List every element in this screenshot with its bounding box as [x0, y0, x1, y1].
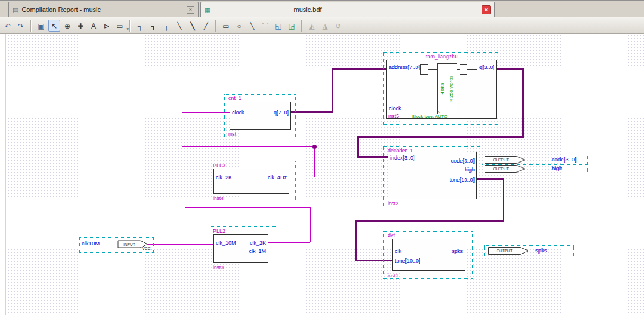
- rotate-90-icon[interactable]: ↺: [332, 20, 344, 32]
- bus-wire[interactable]: [522, 68, 524, 138]
- block-title-pll2: PLL2: [213, 228, 225, 234]
- rubberband-vertical-icon[interactable]: ◲: [286, 20, 298, 32]
- pin-name-code: code[3..0]: [552, 156, 577, 163]
- block-pll2[interactable]: clk_10M clk_2K clk_1M: [213, 234, 268, 263]
- redo-icon[interactable]: ↷: [15, 20, 27, 32]
- diagonal-conduit-tool-icon[interactable]: ╱: [200, 20, 212, 32]
- tab-label-music-bdf: music.bdf: [294, 6, 322, 13]
- rom-block-type-label: Block type: AUTO: [412, 114, 447, 119]
- block-title-cnt1: cnt_1: [228, 95, 242, 101]
- node-wire[interactable]: [182, 112, 182, 146]
- port-clock: clock: [232, 110, 244, 116]
- bus-wire[interactable]: [291, 111, 333, 113]
- orthogonal-conduit-tool-icon[interactable]: ╕: [160, 20, 172, 32]
- tab-music-bdf[interactable]: ▦ music.bdf ×: [200, 2, 495, 17]
- hand-tool-icon[interactable]: ✚: [75, 20, 86, 32]
- orthogonal-bus-tool-icon[interactable]: ┓: [147, 20, 159, 32]
- canvas-left-gutter: [0, 34, 6, 315]
- pin-default-value: VCC: [142, 247, 151, 251]
- text-tool-icon[interactable]: A: [88, 20, 100, 32]
- diagonal-bus-tool-icon[interactable]: ╲: [187, 20, 199, 32]
- selection-tool-icon[interactable]: ↖: [48, 20, 60, 32]
- rectangle-tool-icon[interactable]: ▭: [220, 20, 232, 32]
- report-doc-icon: ▤: [13, 6, 18, 14]
- port-spks: spks: [451, 248, 463, 254]
- document-tab-bar: ▤ Compilation Report - music × ▦ music.b…: [0, 0, 644, 18]
- output-pin-symbol[interactable]: OUTPUT: [488, 247, 530, 255]
- block-title-dvf: dvf: [388, 232, 395, 238]
- arc-tool-icon[interactable]: ⌒: [259, 20, 271, 32]
- node-wire[interactable]: [185, 207, 310, 208]
- node-wire[interactable]: [148, 244, 213, 245]
- pin-name-clk10m: clk10M: [82, 240, 100, 247]
- rom-memory-array: 4 bits × 256 words: [437, 63, 457, 114]
- block-rom-liangzhu[interactable]: address[7..0] q[3..0] clock 4 bits × 256…: [386, 60, 497, 119]
- fit-window-icon[interactable]: ▣: [35, 20, 47, 32]
- node-wire[interactable]: [182, 146, 314, 147]
- zoom-tool-icon[interactable]: ⊕: [61, 20, 73, 32]
- instance-label-pll2: inst3: [213, 264, 224, 270]
- bus-wire[interactable]: [357, 136, 524, 138]
- ellipse-tool-icon[interactable]: ○: [233, 20, 245, 32]
- dropdown-arrow-icon[interactable]: ▾: [126, 23, 129, 35]
- output-pin-symbol[interactable]: OUTPUT: [484, 164, 526, 173]
- bus-wire[interactable]: [332, 68, 333, 113]
- bus-wire[interactable]: [355, 220, 504, 222]
- wire-junction-dot[interactable]: [312, 145, 317, 149]
- block-cnt1[interactable]: clock q[7..0]: [230, 102, 291, 130]
- bdf-file-icon: ▦: [205, 6, 210, 14]
- line-tool-icon[interactable]: ╲: [246, 20, 258, 32]
- output-pin-symbol[interactable]: OUTPUT: [484, 155, 526, 164]
- rom-address-register: [420, 64, 428, 75]
- port-q7: q[7..0]: [274, 110, 289, 116]
- block-pll3[interactable]: clk_2K clk_4Hz: [213, 169, 289, 194]
- undo-icon[interactable]: ↶: [2, 20, 14, 32]
- svg-text:OUTPUT: OUTPUT: [497, 249, 513, 253]
- bus-wire[interactable]: [355, 220, 357, 261]
- port-clock: clock: [389, 105, 401, 111]
- close-tab-button[interactable]: ×: [482, 5, 491, 14]
- block-dvf[interactable]: clk tone[10..0] spks: [392, 239, 465, 271]
- rom-capacity-label: 4 bits × 256 words: [438, 64, 457, 114]
- bus-wire[interactable]: [332, 68, 387, 70]
- toolbar: ↶↷▣↖⊕✚A⊳▭▾┐┓╕╲╲╱▭○╲⌒◱◲◭◮↺: [0, 17, 644, 34]
- tab-close-icon[interactable]: ×: [187, 6, 194, 14]
- node-wire[interactable]: [310, 207, 311, 242]
- port-clk2k: clk_2K: [216, 174, 232, 180]
- bus-wire[interactable]: [497, 68, 524, 70]
- flip-horizontal-icon[interactable]: ◭: [306, 20, 318, 32]
- tab-compilation-report[interactable]: ▤ Compilation Report - music ×: [8, 2, 199, 17]
- diagonal-node-tool-icon[interactable]: ╲: [174, 20, 185, 32]
- rom-link: [467, 69, 477, 70]
- instance-label-dvf: inst1: [388, 273, 398, 279]
- rubberband-horizontal-icon[interactable]: ◱: [273, 20, 284, 32]
- port-code: code[3..0]: [451, 158, 475, 164]
- symbol-tool-icon[interactable]: ⊳: [101, 20, 113, 32]
- block-title-pll3: PLL3: [213, 163, 225, 169]
- block-tool-icon[interactable]: ▭▾: [114, 20, 126, 32]
- instance-label-pll3: inst4: [213, 195, 224, 201]
- tab-label-compilation: Compilation Report - music: [21, 6, 101, 13]
- port-index: index[3..0]: [390, 155, 415, 161]
- svg-text:OUTPUT: OUTPUT: [493, 167, 509, 171]
- toolbar-separator: [129, 20, 131, 32]
- rom-port-line: [388, 70, 420, 70]
- node-wire[interactable]: [314, 146, 315, 177]
- instance-label-rom: inst5: [388, 113, 399, 119]
- schematic-canvas[interactable]: rom_liangzhu address[7..0] q[3..0] clock…: [0, 34, 644, 315]
- bus-wire[interactable]: [503, 178, 504, 222]
- node-wire[interactable]: [182, 112, 230, 113]
- port-tone-in: tone[10..0]: [395, 258, 420, 264]
- port-clk2k-out: clk_2K: [250, 240, 266, 246]
- node-wire[interactable]: [185, 177, 185, 207]
- node-wire[interactable]: [268, 251, 392, 251]
- port-high: high: [465, 167, 475, 173]
- pin-name-spks: spks: [535, 247, 547, 254]
- block-decoder1[interactable]: index[3..0] code[3..0] high tone[10..0]: [388, 152, 477, 199]
- toolbar-separator: [30, 20, 32, 32]
- orthogonal-node-tool-icon[interactable]: ┐: [134, 20, 146, 32]
- flip-vertical-icon[interactable]: ◮: [319, 20, 331, 32]
- bus-wire[interactable]: [357, 136, 359, 157]
- rom-link: [428, 69, 437, 70]
- toolbar-separator: [215, 20, 216, 32]
